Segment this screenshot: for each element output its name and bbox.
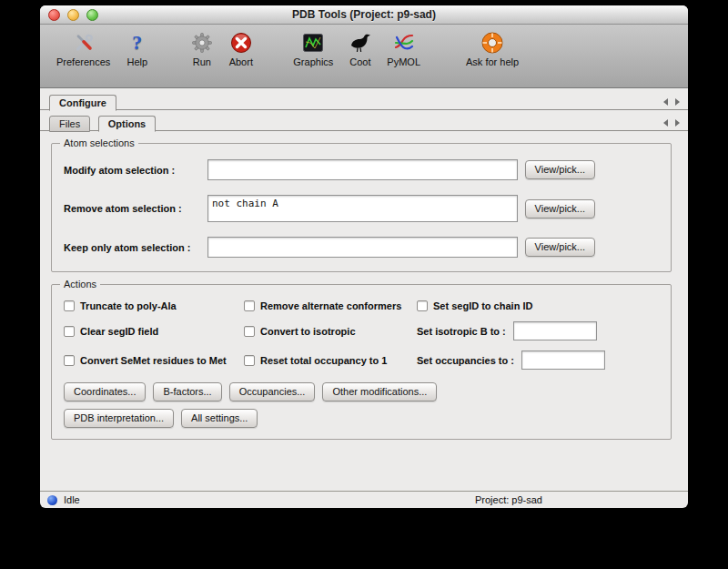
coordinates-button[interactable]: Coordinates...	[64, 382, 146, 401]
tools-icon	[71, 30, 96, 55]
pdb-interpretation-button[interactable]: PDB interpretation...	[64, 409, 174, 428]
actions-buttons-row-1: Coordinates... B-factors... Occupancies.…	[64, 382, 659, 401]
toolbar-pymol-button[interactable]: PyMOL	[379, 30, 428, 67]
atom-selections-group: Atom selections Modify atom selection : …	[51, 143, 672, 272]
remove-alternate-conformers-option[interactable]: Remove alternate conformers	[244, 300, 417, 311]
checkbox-label: Clear segID field	[80, 326, 158, 337]
field-label: Modify atom selection :	[64, 165, 207, 176]
group-title: Atom selections	[60, 137, 138, 148]
gear-icon	[189, 30, 214, 55]
other-modifications-button[interactable]: Other modifications...	[322, 382, 437, 401]
zoom-button[interactable]	[86, 9, 98, 21]
close-button[interactable]	[48, 9, 60, 21]
toolbar-label: Ask for help	[466, 56, 519, 67]
view-pick-button-remove[interactable]: View/pick...	[525, 199, 595, 218]
tab-scroll-arrows	[663, 98, 680, 106]
set-occupancies-input[interactable]	[521, 351, 605, 370]
tab-options[interactable]: Options	[98, 116, 157, 132]
toolbar-coot-button[interactable]: Coot	[340, 30, 379, 67]
keep-only-atom-selection-row: Keep only atom selection : View/pick...	[64, 237, 659, 258]
checkbox-label: Reset total occupancy to 1	[260, 355, 387, 366]
tab-scroll-left-icon[interactable]	[663, 98, 668, 106]
actions-grid: Truncate to poly-Ala Remove alternate co…	[64, 300, 659, 370]
checkbox-label: Remove alternate conformers	[260, 300, 401, 311]
tab-files[interactable]: Files	[49, 116, 90, 132]
minimize-button[interactable]	[67, 9, 79, 21]
project-label: Project: p9-sad	[475, 494, 542, 505]
occupancies-button[interactable]: Occupancies...	[229, 382, 316, 401]
convert-semet-to-met-checkbox[interactable]	[64, 355, 75, 366]
reset-total-occupancy-checkbox[interactable]	[244, 355, 255, 366]
truncate-poly-ala-checkbox[interactable]	[64, 300, 75, 311]
convert-to-isotropic-option[interactable]: Convert to isotropic	[244, 326, 417, 337]
set-isotropic-b-input[interactable]	[513, 321, 597, 340]
window-title: PDB Tools (Project: p9-sad)	[292, 8, 436, 21]
toolbar-abort-button[interactable]: Abort	[221, 30, 260, 67]
toolbar: Preferences ? Help Run	[40, 25, 688, 88]
set-segid-to-chain-id-checkbox[interactable]	[417, 300, 428, 311]
view-pick-button-modify[interactable]: View/pick...	[525, 160, 595, 179]
checkbox-label: Truncate to poly-Ala	[80, 300, 177, 311]
remove-alternate-conformers-checkbox[interactable]	[244, 300, 255, 311]
toolbar-label: Coot	[349, 56, 370, 67]
convert-semet-to-met-option[interactable]: Convert SeMet residues to Met	[64, 355, 244, 366]
window-controls	[48, 9, 98, 21]
pymol-ribbon-icon	[391, 30, 416, 55]
checkbox-label: Convert to isotropic	[260, 326, 356, 337]
toolbar-label: PyMOL	[387, 56, 420, 67]
view-pick-button-keep-only[interactable]: View/pick...	[525, 238, 595, 257]
main-content: Configure Files Options Atom selections …	[40, 88, 688, 440]
convert-to-isotropic-checkbox[interactable]	[244, 326, 255, 337]
help-icon: ?	[125, 30, 149, 55]
status-indicator-icon	[47, 495, 57, 505]
group-title: Actions	[60, 279, 100, 290]
lifebuoy-icon	[480, 30, 505, 55]
tab-scroll-right-icon[interactable]	[675, 119, 680, 127]
reset-total-occupancy-option[interactable]: Reset total occupancy to 1	[244, 355, 417, 366]
clear-segid-field-checkbox[interactable]	[64, 326, 75, 337]
toolbar-label: Run	[193, 56, 211, 67]
remove-atom-selection-input[interactable]	[207, 195, 518, 222]
field-label: Keep only atom selection :	[64, 242, 207, 253]
set-occupancies-field: Set occupancies to :	[417, 351, 659, 370]
tab-scroll-arrows	[663, 119, 680, 127]
modify-atom-selection-input[interactable]	[207, 159, 518, 180]
checkbox-label: Convert SeMet residues to Met	[80, 355, 227, 366]
field-label: Set occupancies to :	[417, 355, 514, 366]
toolbar-label: Graphics	[293, 56, 333, 67]
field-label: Set isotropic B to :	[417, 326, 506, 337]
toolbar-preferences-button[interactable]: Preferences	[49, 30, 117, 67]
remove-atom-selection-row: Remove atom selection : View/pick...	[64, 195, 659, 222]
titlebar[interactable]: PDB Tools (Project: p9-sad)	[40, 5, 688, 25]
status-text: Idle	[64, 494, 80, 505]
checkbox-label: Set segID to chain ID	[433, 300, 532, 311]
toolbar-help-button[interactable]: ? Help	[117, 30, 157, 67]
toolbar-label: Abort	[229, 56, 253, 67]
b-factors-button[interactable]: B-factors...	[153, 382, 221, 401]
toolbar-label: Help	[127, 56, 148, 67]
tab-scroll-left-icon[interactable]	[663, 119, 668, 127]
toolbar-run-button[interactable]: Run	[182, 30, 221, 67]
toolbar-graphics-button[interactable]: Graphics	[286, 30, 340, 67]
modify-atom-selection-row: Modify atom selection : View/pick...	[64, 159, 659, 180]
tab-configure[interactable]: Configure	[49, 95, 116, 111]
set-isotropic-b-field: Set isotropic B to :	[417, 321, 659, 340]
clear-segid-field-option[interactable]: Clear segID field	[64, 326, 244, 337]
set-segid-to-chain-id-option[interactable]: Set segID to chain ID	[417, 300, 659, 311]
tab-scroll-right-icon[interactable]	[675, 98, 680, 106]
actions-group: Actions Truncate to poly-Ala Remove alte…	[51, 284, 672, 440]
configure-tab-bar: Configure	[40, 93, 688, 110]
pdb-tools-window: PDB Tools (Project: p9-sad) Preferences …	[40, 5, 688, 508]
abort-icon	[228, 30, 253, 55]
toolbar-label: Preferences	[56, 56, 110, 67]
keep-only-atom-selection-input[interactable]	[207, 237, 518, 258]
status-bar: Idle Project: p9-sad	[40, 491, 688, 508]
field-label: Remove atom selection :	[64, 203, 207, 214]
coot-bird-icon	[348, 30, 372, 55]
truncate-poly-ala-option[interactable]: Truncate to poly-Ala	[64, 300, 244, 311]
files-options-tab-bar: Files Options	[40, 114, 688, 131]
actions-buttons-row-2: PDB interpretation... All settings...	[64, 409, 659, 428]
all-settings-button[interactable]: All settings...	[181, 409, 258, 428]
graphics-icon	[301, 30, 326, 55]
toolbar-ask-for-help-button[interactable]: Ask for help	[459, 30, 526, 67]
